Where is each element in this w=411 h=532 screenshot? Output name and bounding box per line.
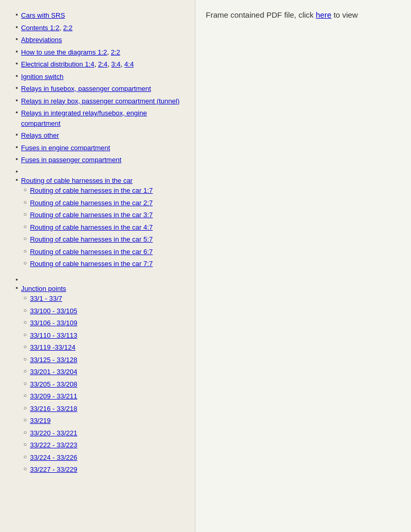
- contents-links: Contents 1:2, 2:2: [21, 23, 73, 33]
- routing-sub-list: Routing of cable harnesses in the car 1:…: [23, 185, 153, 271]
- abbreviations-link[interactable]: Abbreviations: [21, 35, 62, 45]
- routing-cable-link[interactable]: Routing of cable harnesses in the car: [21, 176, 133, 186]
- jp-33-119-link[interactable]: 33/119 -33/124: [30, 342, 75, 353]
- list-item-electrical-distribution: Electrical distribution 1:4, 2:4, 3:4, 4…: [16, 59, 184, 70]
- list-item-jp-11: 33/219: [23, 416, 77, 426]
- list-item-junction-points: • Junction points 33/1 - 33/7 33/100 - 3…: [16, 275, 184, 479]
- list-item-jp-14: 33/224 - 33/226: [23, 453, 77, 463]
- contents-2-2-link[interactable]: 2:2: [63, 24, 73, 32]
- routing-5-7-link[interactable]: Routing of cable harnesses in the car 5:…: [30, 234, 153, 245]
- ignition-switch-link[interactable]: Ignition switch: [21, 72, 64, 82]
- jp-33-222-link[interactable]: 33/222 - 33/223: [30, 440, 77, 450]
- cars-with-srs-link[interactable]: Cars with SRS: [21, 10, 65, 21]
- list-item-routing-7: Routing of cable harnesses in the car 7:…: [23, 259, 153, 269]
- how-to-use-links: How to use the diagrams 1:2, 2:2: [21, 47, 121, 58]
- routing-3-7-link[interactable]: Routing of cable harnesses in the car 3:…: [30, 210, 153, 220]
- list-item-jp-4: 33/110 - 33/113: [23, 330, 77, 341]
- list-item-routing-4: Routing of cable harnesses in the car 4:…: [23, 222, 153, 233]
- contents-1-2-link[interactable]: Contents 1:2: [21, 24, 60, 32]
- list-item-routing-1: Routing of cable harnesses in the car 1:…: [23, 185, 153, 196]
- routing-2-7-link[interactable]: Routing of cable harnesses in the car 2:…: [30, 198, 153, 208]
- how-to-use-2-2-link[interactable]: 2:2: [111, 48, 120, 56]
- left-navigation-panel: Cars with SRS Contents 1:2, 2:2 Abbrevia…: [0, 0, 195, 532]
- pdf-here-link[interactable]: here: [316, 10, 332, 19]
- routing-7-7-link[interactable]: Routing of cable harnesses in the car 7:…: [30, 259, 153, 269]
- jp-33-205-link[interactable]: 33/205 - 33/208: [30, 379, 77, 390]
- list-item-jp-9: 33/209 - 33/211: [23, 391, 77, 402]
- list-item-contents: Contents 1:2, 2:2: [16, 23, 184, 33]
- list-item-jp-8: 33/205 - 33/208: [23, 379, 77, 390]
- list-item-jp-7: 33/201 - 33/204: [23, 367, 77, 377]
- list-item-jp-3: 33/106 - 33/109: [23, 318, 77, 328]
- jp-33-209-link[interactable]: 33/209 - 33/211: [30, 391, 77, 402]
- list-item-routing-3: Routing of cable harnesses in the car 3:…: [23, 210, 153, 220]
- pdf-message-prefix: Frame contained PDF file, click: [206, 10, 316, 19]
- fuses-passenger-link[interactable]: Fuses in passenger compartment: [21, 155, 122, 165]
- relays-integrated-link[interactable]: Relays in integrated relay/fusebox, engi…: [21, 108, 184, 128]
- list-item-how-to-use: How to use the diagrams 1:2, 2:2: [16, 47, 184, 58]
- list-item-relays-relay-box-passenger: Relays in relay box, passenger compartme…: [16, 96, 184, 107]
- jp-33-224-link[interactable]: 33/224 - 33/226: [30, 453, 77, 463]
- list-item-routing-2: Routing of cable harnesses in the car 2:…: [23, 198, 153, 208]
- electrical-distribution-links: Electrical distribution 1:4, 2:4, 3:4, 4…: [21, 59, 134, 70]
- electrical-dist-1-4-link[interactable]: Electrical distribution 1:4: [21, 60, 95, 68]
- jp-33-216-link[interactable]: 33/216 - 33/218: [30, 404, 77, 414]
- routing-6-7-link[interactable]: Routing of cable harnesses in the car 6:…: [30, 247, 153, 257]
- jp-33-219-link[interactable]: 33/219: [30, 416, 51, 426]
- list-item-jp-5: 33/119 -33/124: [23, 342, 77, 353]
- jp-33-220-link[interactable]: 33/220 - 33/221: [30, 428, 77, 438]
- jp-33-201-link[interactable]: 33/201 - 33/204: [30, 367, 77, 377]
- jp-33-227-link[interactable]: 33/227 - 33/229: [30, 464, 77, 475]
- list-item-routing-5: Routing of cable harnesses in the car 5:…: [23, 234, 153, 245]
- junction-points-sub-list: 33/1 - 33/7 33/100 - 33/105 33/106 - 33/…: [23, 294, 77, 477]
- fuses-engine-link[interactable]: Fuses in engine compartment: [21, 143, 110, 153]
- relays-other-link[interactable]: Relays other: [21, 130, 59, 141]
- jp-33-125-link[interactable]: 33/125 - 33/128: [30, 355, 77, 365]
- list-item-abbreviations: Abbreviations: [16, 35, 184, 45]
- list-item-routing-6: Routing of cable harnesses in the car 6:…: [23, 247, 153, 257]
- list-item-jp-12: 33/220 - 33/221: [23, 428, 77, 438]
- jp-33-100-link[interactable]: 33/100 - 33/105: [30, 306, 77, 316]
- list-item-relays-fusebox-passenger: Relays in fusebox, passenger compartment: [16, 84, 184, 94]
- list-item-jp-6: 33/125 - 33/128: [23, 355, 77, 365]
- list-item-relays-other: Relays other: [16, 130, 184, 141]
- list-item-fuses-engine: Fuses in engine compartment: [16, 143, 184, 153]
- electrical-dist-3-4-link[interactable]: 3:4: [111, 60, 121, 68]
- jp-33-110-link[interactable]: 33/110 - 33/113: [30, 330, 77, 341]
- pdf-message-suffix: to view: [332, 10, 358, 19]
- electrical-dist-4-4-link[interactable]: 4:4: [124, 60, 134, 68]
- junction-points-link[interactable]: Junction points: [21, 284, 67, 294]
- how-to-use-1-2-link[interactable]: How to use the diagrams 1:2: [21, 48, 107, 56]
- list-item-routing-cable: • Routing of cable harnesses in the car …: [16, 167, 184, 273]
- list-item-jp-13: 33/222 - 33/223: [23, 440, 77, 450]
- list-item-jp-2: 33/100 - 33/105: [23, 306, 77, 316]
- relays-relay-box-passenger-link[interactable]: Relays in relay box, passenger compartme…: [21, 96, 180, 107]
- list-item-jp-1: 33/1 - 33/7: [23, 294, 77, 304]
- list-item-fuses-passenger: Fuses in passenger compartment: [16, 155, 184, 165]
- routing-4-7-link[interactable]: Routing of cable harnesses in the car 4:…: [30, 222, 153, 233]
- jp-33-106-link[interactable]: 33/106 - 33/109: [30, 318, 77, 328]
- pdf-frame-message: Frame contained PDF file, click here to …: [206, 10, 358, 19]
- list-item-cars-with-srs: Cars with SRS: [16, 10, 184, 21]
- list-item-jp-10: 33/216 - 33/218: [23, 404, 77, 414]
- list-item-ignition-switch: Ignition switch: [16, 72, 184, 82]
- jp-33-1-link[interactable]: 33/1 - 33/7: [30, 294, 62, 304]
- main-nav-list: Cars with SRS Contents 1:2, 2:2 Abbrevia…: [16, 10, 184, 479]
- relays-fusebox-passenger-link[interactable]: Relays in fusebox, passenger compartment: [21, 84, 151, 94]
- list-item-relays-integrated: Relays in integrated relay/fusebox, engi…: [16, 108, 184, 128]
- right-content-panel: Frame contained PDF file, click here to …: [195, 0, 411, 532]
- list-item-jp-15: 33/227 - 33/229: [23, 464, 77, 475]
- routing-1-7-link[interactable]: Routing of cable harnesses in the car 1:…: [30, 185, 153, 196]
- electrical-dist-2-4-link[interactable]: 2:4: [98, 60, 108, 68]
